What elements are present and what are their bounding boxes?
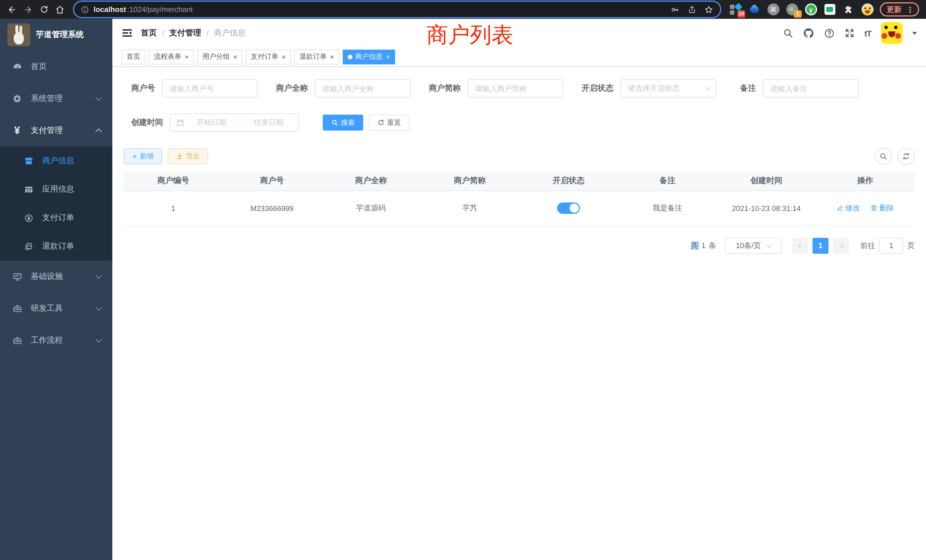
- tab-home[interactable]: 首页: [121, 49, 145, 64]
- table-row: 1 M233666999 芋道源码 芋艿 我是备注 2021-10-23 08:…: [124, 191, 915, 226]
- close-icon[interactable]: ×: [330, 53, 334, 60]
- edit-button[interactable]: 修改: [836, 203, 860, 213]
- sidebar-collapse-icon[interactable]: [121, 28, 133, 38]
- extension-meet-icon[interactable]: 1: [786, 3, 798, 16]
- extension-gem-icon[interactable]: [748, 3, 761, 16]
- cell-remark: 我是备注: [618, 191, 717, 226]
- browser-forward-button[interactable]: [22, 3, 34, 16]
- url-bar[interactable]: localhost:1024/pay/merchant: [74, 2, 720, 17]
- end-date-placeholder[interactable]: 结束日期: [245, 118, 292, 128]
- browser-menu-kebab-icon[interactable]: ⋮: [904, 5, 916, 14]
- sidebar-item-refund-order[interactable]: 退款订单: [0, 232, 112, 260]
- delete-button[interactable]: 删除: [870, 203, 894, 213]
- table-grid-icon: [23, 185, 34, 194]
- add-button[interactable]: + 新增: [124, 148, 162, 164]
- sidebar-item-infrastructure[interactable]: 基础设施: [0, 260, 112, 292]
- tab-refund-order[interactable]: 退款订单 ×: [294, 49, 339, 64]
- share-icon[interactable]: [688, 5, 696, 14]
- payment-submenu: 商户信息 应用信息 支付订单: [0, 147, 112, 260]
- close-icon[interactable]: ×: [282, 53, 286, 60]
- export-button[interactable]: 导出: [168, 148, 208, 164]
- search-icon[interactable]: [783, 28, 793, 38]
- app-logo[interactable]: 芋道管理系统: [0, 19, 112, 51]
- sidebar-item-system[interactable]: 系统管理: [0, 83, 112, 115]
- sidebar-item-home[interactable]: 首页: [0, 51, 112, 83]
- tab-pay-order[interactable]: 支付订单 ×: [246, 49, 291, 64]
- remark-input[interactable]: [763, 79, 859, 97]
- sidebar-item-app-info[interactable]: 应用信息: [0, 175, 112, 204]
- merchant-no-input[interactable]: [162, 79, 258, 97]
- merchant-table: 商户编号 商户号 商户全称 商户简称 开启状态 备注 创建时间 操作 1: [124, 172, 915, 226]
- page-content: 商户号 商户全称 商户简称 开启状态: [112, 67, 926, 560]
- extension-grid-icon[interactable]: 10: [729, 3, 742, 16]
- status-select[interactable]: 请选择开启状态: [620, 79, 716, 97]
- prev-page-button[interactable]: [792, 238, 808, 253]
- password-key-icon[interactable]: [670, 5, 680, 14]
- extension-chat-icon[interactable]: [823, 3, 836, 16]
- url-host: localhost: [94, 5, 126, 14]
- col-merchant-id: 商户编号: [124, 172, 222, 191]
- status-toggle[interactable]: [557, 203, 580, 214]
- col-remark: 备注: [618, 172, 717, 191]
- bookmark-star-icon[interactable]: [704, 5, 713, 14]
- extension-command-icon[interactable]: ⌘: [767, 3, 779, 16]
- sidebar-item-payment[interactable]: ¥ 支付管理: [0, 115, 112, 147]
- start-date-placeholder[interactable]: 开始日期: [188, 118, 236, 128]
- next-page-button[interactable]: [833, 238, 849, 253]
- top-navbar: 首页 / 支付管理 / 商户信息: [112, 19, 926, 47]
- browser-back-button[interactable]: [6, 3, 18, 16]
- goto-page-input[interactable]: [879, 238, 903, 253]
- breadcrumb-home[interactable]: 首页: [141, 28, 157, 38]
- browser-chrome: localhost:1024/pay/merchant 10: [0, 0, 926, 19]
- date-range-picker[interactable]: 开始日期 - 结束日期: [170, 114, 299, 132]
- extension-badge: 1: [794, 10, 802, 17]
- github-icon[interactable]: [803, 27, 814, 39]
- search-button[interactable]: 搜索: [323, 115, 363, 130]
- pagination: 共 1 条 10条/页 1 前往 页: [124, 238, 915, 253]
- tab-user-group[interactable]: 用户分组 ×: [197, 49, 242, 64]
- short-name-input[interactable]: [468, 79, 563, 97]
- tab-merchant-info[interactable]: 商户信息 ×: [343, 49, 395, 64]
- create-time-label: 创建时间: [131, 118, 163, 128]
- tab-process-form[interactable]: 流程表单 ×: [149, 49, 194, 64]
- browser-home-button[interactable]: [54, 3, 66, 16]
- fullscreen-icon[interactable]: [844, 28, 855, 38]
- browser-reload-button[interactable]: [38, 3, 50, 16]
- page-unit-label: 页: [907, 241, 915, 251]
- toolbox-icon: [11, 304, 23, 313]
- page-size-select[interactable]: 10条/页: [725, 238, 782, 253]
- site-info-icon[interactable]: [81, 5, 89, 14]
- tabs-bar: 首页 流程表单 × 用户分组 × 支付订单 × 退款订单 ×: [112, 47, 926, 67]
- close-icon[interactable]: ×: [185, 53, 189, 60]
- cell-merchant-id: 1: [124, 191, 222, 226]
- user-menu-caret-icon[interactable]: [912, 32, 917, 37]
- logo-rabbit-image: [8, 23, 30, 46]
- show-search-toggle-button[interactable]: [875, 148, 892, 165]
- close-icon[interactable]: ×: [233, 53, 237, 60]
- extensions-puzzle-icon[interactable]: [842, 3, 855, 16]
- chevron-down-icon: [95, 304, 102, 311]
- sidebar-item-merchant-info[interactable]: 商户信息: [0, 147, 112, 175]
- user-avatar[interactable]: [881, 22, 903, 44]
- browser-profile-avatar[interactable]: [861, 3, 873, 16]
- sidebar: 芋道管理系统 首页 系统管理 ¥ 支付管理: [0, 19, 112, 560]
- sidebar-item-pay-order[interactable]: 支付订单: [0, 204, 112, 232]
- breadcrumb-payment[interactable]: 支付管理: [169, 28, 201, 38]
- status-label: 开启状态: [582, 83, 614, 94]
- reset-button[interactable]: 重置: [369, 115, 409, 130]
- page-1-button[interactable]: 1: [813, 238, 829, 253]
- help-icon[interactable]: [824, 28, 835, 38]
- plus-icon: +: [132, 152, 137, 160]
- col-full-name: 商户全称: [322, 172, 421, 191]
- font-size-icon[interactable]: tT: [864, 28, 871, 38]
- full-name-input[interactable]: [315, 79, 410, 97]
- extension-yuque-icon[interactable]: y: [805, 3, 817, 16]
- refresh-button[interactable]: [897, 148, 915, 165]
- browser-update-button[interactable]: 更新 ⋮: [880, 2, 919, 17]
- sidebar-item-dev-tools[interactable]: 研发工具: [0, 292, 112, 324]
- breadcrumb: 首页 / 支付管理 / 商户信息: [141, 28, 246, 38]
- merchant-no-label: 商户号: [131, 83, 155, 94]
- short-name-label: 商户简称: [429, 83, 461, 94]
- sidebar-item-workflow[interactable]: 工作流程: [0, 324, 112, 356]
- close-icon[interactable]: ×: [386, 53, 390, 60]
